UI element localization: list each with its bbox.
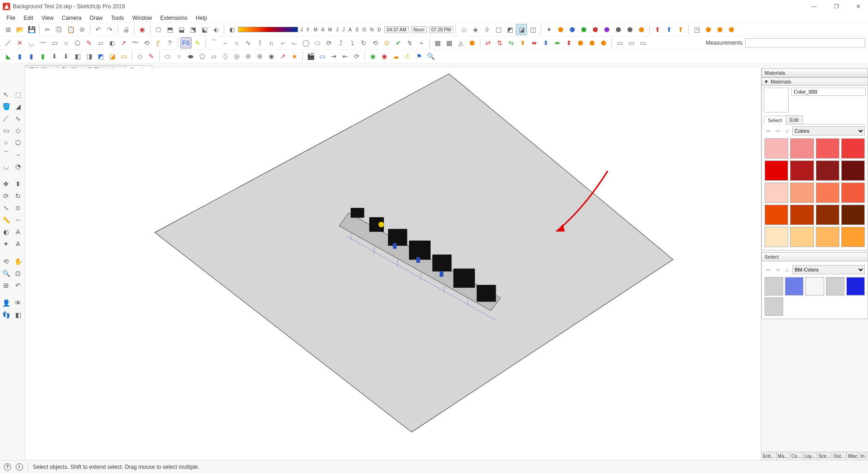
curve-7-icon[interactable]: ⌐: [277, 37, 288, 48]
wireframe-icon[interactable]: ◊: [481, 24, 492, 35]
curve-10-icon[interactable]: ⬭: [312, 37, 323, 48]
shape-3-icon[interactable]: ⬬: [185, 51, 196, 62]
iso-icon[interactable]: ⬡: [153, 24, 164, 35]
home-icon[interactable]: ⌂: [783, 128, 790, 134]
note-2-icon[interactable]: ▭: [626, 37, 637, 48]
rotrect-icon[interactable]: ◇: [12, 124, 24, 136]
tray-tab-2[interactable]: Co...: [790, 452, 803, 460]
measurements-input[interactable]: [745, 38, 865, 47]
minimize-button[interactable]: —: [807, 3, 821, 10]
circle-tool-icon[interactable]: ○: [0, 136, 12, 148]
arc-icon[interactable]: ◡: [26, 37, 37, 48]
flip-1-icon[interactable]: ⇄: [483, 37, 494, 48]
curve-4-icon[interactable]: ∿: [243, 37, 254, 48]
3dtext-icon[interactable]: A: [12, 238, 24, 250]
sandbox-1-icon[interactable]: ▦: [432, 37, 443, 48]
arc-tool-icon[interactable]: ⌒: [0, 148, 12, 160]
erase-line-icon[interactable]: ✕: [14, 37, 25, 48]
ext-1-icon[interactable]: ◳: [691, 24, 702, 35]
tool-e-icon[interactable]: ⟲: [141, 37, 152, 48]
ext-j-icon[interactable]: ◪: [107, 51, 118, 62]
xray-icon[interactable]: ◇: [458, 24, 469, 35]
ext-4-icon[interactable]: ⬢: [726, 24, 737, 35]
curve-6-icon[interactable]: ⎌: [266, 37, 277, 48]
text-icon[interactable]: A: [12, 226, 24, 238]
shadow-toggle-icon[interactable]: ◐: [227, 24, 238, 35]
undo-icon[interactable]: ↶: [93, 24, 104, 35]
ext-a-icon[interactable]: ◣: [3, 51, 14, 62]
render-3-icon[interactable]: ☁: [390, 51, 401, 62]
solid-5-icon[interactable]: ⬢: [601, 24, 612, 35]
shape-5-icon[interactable]: ▱: [208, 51, 219, 62]
tool-b-icon[interactable]: ◐: [107, 37, 118, 48]
materials-tab-edit[interactable]: Edit: [786, 115, 803, 124]
solid-1-icon[interactable]: ⬢: [555, 24, 566, 35]
pencil-icon[interactable]: ✎: [84, 37, 95, 48]
color-swatch[interactable]: [765, 138, 788, 159]
copy-icon[interactable]: ⿻: [54, 24, 65, 35]
back-icon[interactable]: ⬕: [199, 24, 210, 35]
color-swatch[interactable]: [841, 183, 865, 203]
top-icon[interactable]: ⬒: [164, 24, 175, 35]
color-swatch[interactable]: [765, 183, 788, 203]
curve-15-icon[interactable]: ⟲: [370, 37, 381, 48]
tray-tab-4[interactable]: Sce...: [817, 452, 832, 460]
flip-10-icon[interactable]: ⬢: [587, 37, 598, 48]
color-swatch[interactable]: [826, 277, 844, 296]
menu-extensions[interactable]: Extensions: [156, 14, 191, 22]
curve-17-icon[interactable]: ✔: [393, 37, 404, 48]
position-cam-icon[interactable]: 👤: [0, 297, 12, 309]
color-swatch[interactable]: [841, 138, 865, 159]
color-swatch[interactable]: [790, 160, 814, 181]
flip-3-icon[interactable]: ⇆: [506, 37, 517, 48]
menu-help[interactable]: Help: [192, 14, 211, 22]
tool-c-icon[interactable]: ↗: [118, 37, 129, 48]
look-icon[interactable]: 👁: [12, 297, 24, 309]
color-swatch[interactable]: [816, 138, 839, 159]
curve-2-icon[interactable]: ⌢: [220, 37, 231, 48]
select-panel-header[interactable]: Select: [761, 252, 868, 261]
pan-icon[interactable]: ✋: [12, 255, 24, 267]
model-info-icon[interactable]: ◉: [137, 24, 148, 35]
pie-icon[interactable]: ◔: [12, 160, 24, 172]
curve-1-icon[interactable]: ⌒: [208, 37, 219, 48]
anim-5-icon[interactable]: ⟳: [351, 51, 362, 62]
curve-12-icon[interactable]: ⤴: [335, 37, 346, 48]
ext-e-icon[interactable]: ⬇: [49, 51, 60, 62]
library-select-2[interactable]: BM-Colors: [792, 265, 865, 274]
flip-2-icon[interactable]: ⇅: [494, 37, 505, 48]
curve-5-icon[interactable]: ⌇: [254, 37, 265, 48]
solid-8-icon[interactable]: ⬢: [636, 24, 647, 35]
color-swatch[interactable]: [816, 160, 839, 181]
left-icon[interactable]: ⬖: [210, 24, 221, 35]
render-6-icon[interactable]: 🔍: [425, 51, 436, 62]
tray-tab-7[interactable]: In: [859, 452, 866, 460]
color-swatch[interactable]: [841, 160, 865, 181]
redo-icon[interactable]: ↷: [104, 24, 115, 35]
ext-g-icon[interactable]: ◧: [72, 51, 83, 62]
ext-h-icon[interactable]: ◨: [84, 51, 95, 62]
ext-3-icon[interactable]: ⬢: [714, 24, 725, 35]
home-2-icon[interactable]: ⌂: [783, 267, 790, 272]
tool-d-icon[interactable]: 〜: [130, 37, 141, 48]
flip-8-icon[interactable]: ⬍: [563, 37, 575, 48]
zoom-icon[interactable]: 🔍: [0, 267, 12, 279]
move-icon[interactable]: ✥: [0, 178, 12, 190]
anim-3-icon[interactable]: ⇥: [328, 51, 339, 62]
pushpull-icon[interactable]: ⬍: [12, 178, 24, 190]
rotate-icon[interactable]: ⟳: [0, 190, 12, 202]
curve-8-icon[interactable]: ⌙: [289, 37, 300, 48]
freehand-icon[interactable]: 〰: [37, 37, 48, 48]
flip-5-icon[interactable]: ⬌: [529, 37, 540, 48]
anim-4-icon[interactable]: ⇤: [340, 51, 351, 62]
anim-1-icon[interactable]: 🎬: [305, 51, 316, 62]
shape-6-icon[interactable]: ⬯: [220, 51, 231, 62]
cut-icon[interactable]: ✂: [42, 24, 53, 35]
warehouse-3-icon[interactable]: ⬆: [675, 24, 686, 35]
nav-fwd-2-icon[interactable]: ⇨: [774, 267, 781, 273]
fredo-icon[interactable]: F6: [180, 37, 192, 48]
shape-4-icon[interactable]: ⬠: [197, 51, 208, 62]
color-swatch[interactable]: [816, 227, 839, 247]
solid-4-icon[interactable]: ⬢: [590, 24, 601, 35]
note-1-icon[interactable]: ▭: [614, 37, 625, 48]
